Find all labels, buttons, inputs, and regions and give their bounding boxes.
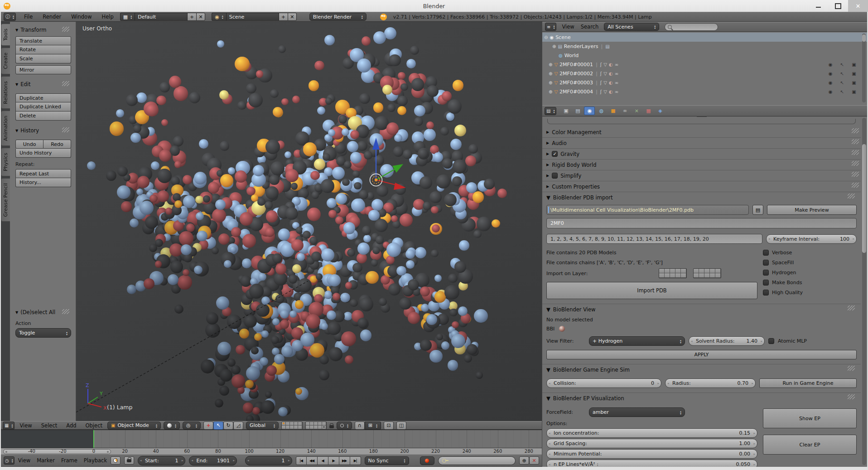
section-rigid-body-world[interactable]: ▶Rigid Body World [542, 160, 861, 170]
verbose-checkbox[interactable] [763, 250, 769, 256]
object-name[interactable]: 2MF0#00001 [559, 62, 593, 68]
opengl-render-anim-button[interactable]: ◫ [396, 422, 406, 430]
shelf-tab-tools[interactable]: Tools [1, 24, 10, 46]
properties-tab-physics[interactable]: ◈ [655, 107, 665, 115]
delete-scene-button[interactable]: ✕ [288, 13, 297, 21]
spacefill-checkbox[interactable] [763, 260, 769, 266]
layer-cell[interactable] [681, 273, 686, 278]
layer-cell[interactable] [282, 422, 286, 426]
layer-cell[interactable] [290, 422, 294, 426]
scene-icon-button[interactable]: ◉ [212, 13, 226, 21]
mode-select[interactable]: ▣ Object Mode [107, 422, 161, 430]
layer-cell[interactable] [318, 426, 322, 429]
delete-layout-button[interactable]: ✕ [196, 13, 205, 21]
translate-manipulator-button[interactable]: ↖ [213, 422, 223, 430]
layer-cell[interactable] [310, 422, 314, 426]
properties-tab-texture[interactable]: ▦ [643, 107, 654, 115]
layer-cell[interactable] [314, 422, 318, 426]
layer-cell[interactable] [318, 422, 322, 426]
shelf-tab-physics[interactable]: Physics [1, 148, 10, 176]
layer-cell[interactable] [675, 273, 681, 278]
expand-icon[interactable]: ⊕ [549, 71, 552, 76]
opengl-render-button[interactable]: ⊡ [384, 422, 394, 430]
panel-edit[interactable]: ▼Edit [15, 80, 71, 89]
visibility-toggle-icon[interactable]: ◉ [825, 89, 835, 94]
delete-button[interactable]: Delete [15, 111, 71, 121]
outliner-row-scene[interactable]: ⊖ ◉ Scene [542, 33, 867, 42]
play-reverse-button[interactable]: ◀ [318, 456, 328, 465]
editor-type-button-3d[interactable]: ▦ [3, 422, 14, 430]
material-sphere-icon[interactable] [559, 326, 565, 332]
translate-button[interactable]: Translate [15, 36, 71, 45]
properties-tab-render-layers[interactable]: ▤ [572, 107, 583, 115]
make-bonds-checkbox[interactable] [763, 280, 769, 286]
add-layout-button[interactable]: + [187, 13, 196, 21]
layer-cell[interactable] [286, 422, 290, 426]
section-gravity[interactable]: ▶Gravity [542, 149, 861, 160]
properties-tab-object[interactable]: ■ [608, 107, 618, 115]
section-simplify[interactable]: ▶Simplify [542, 170, 861, 181]
layer-cell[interactable] [715, 269, 721, 273]
layer-cell[interactable] [306, 422, 310, 426]
duplicate-linked-button[interactable]: Duplicate Linked [15, 102, 71, 111]
layer-cell[interactable] [704, 273, 710, 278]
current-frame-indicator[interactable] [93, 430, 94, 448]
layer-cell[interactable] [294, 422, 298, 426]
scene-name-field[interactable]: Scene [226, 13, 279, 21]
outliner-scrollbar[interactable] [862, 34, 866, 102]
layer-cell[interactable] [294, 426, 298, 429]
atomic-mlp-checkbox[interactable] [768, 338, 774, 344]
render-layers-name[interactable]: RenderLayers [564, 44, 598, 49]
top-menu-window[interactable]: Window [71, 14, 92, 20]
layer-cell[interactable] [699, 269, 704, 273]
panel-history[interactable]: ▼History [15, 126, 71, 135]
duplicate-button[interactable]: Duplicate [15, 93, 71, 102]
close-button[interactable]: ✕ [848, 0, 868, 12]
layer-cell[interactable] [710, 269, 715, 273]
delete-keyframe-button[interactable]: ✕ [529, 456, 539, 465]
properties-scrollbar[interactable] [862, 118, 866, 465]
render-toggle-icon[interactable]: ▣ [849, 71, 859, 76]
viewport-canvas[interactable]: Z Y X User Ortho (1) Lamp [76, 22, 542, 421]
section-audio[interactable]: ▶Audio [542, 138, 861, 149]
layer-cell[interactable] [694, 273, 699, 278]
layer-cell[interactable] [710, 273, 715, 278]
viewport-menu-add[interactable]: Add [66, 422, 76, 429]
outliner-object-row[interactable]: ⊕▽2MF0#00004|ʃ▽◐∞◉↖▣ [542, 87, 867, 96]
section-header[interactable]: ▼BioBlender PDB import [546, 192, 857, 203]
layout-name-field[interactable]: Default [135, 13, 187, 21]
deselect-action-select[interactable]: Toggle [15, 328, 71, 338]
lock-to-scene-icon[interactable] [329, 425, 334, 428]
properties-tab-modifiers[interactable]: × [631, 107, 642, 115]
expand-icon[interactable]: ⊕ [549, 62, 552, 67]
section-header[interactable]: ▼BioBlender View [546, 304, 857, 315]
outliner-menu-search[interactable]: Search [581, 24, 599, 30]
shelf-tab-grease-pencil[interactable]: Grease Pencil [1, 178, 10, 222]
selectability-toggle-icon[interactable]: ↖ [837, 89, 847, 94]
pdb-code-field[interactable]: 2MF0 [546, 218, 857, 228]
play-button[interactable]: ▶ [328, 456, 339, 465]
transform-orientation-select[interactable]: Global [246, 422, 279, 430]
lock-frame-button[interactable] [124, 456, 134, 465]
rotate-manipulator-button[interactable]: ↻ [223, 422, 233, 430]
snap-element-select[interactable]: ⊞ [365, 422, 381, 430]
previous-keyframe-button[interactable]: ◀◀ [307, 456, 318, 465]
minimize-button[interactable] [808, 0, 828, 12]
selectability-toggle-icon[interactable]: ↖ [837, 71, 847, 76]
expand-icon[interactable]: ⊕ [549, 89, 552, 94]
editor-type-button-outliner[interactable]: ≡ [545, 23, 556, 31]
gravity-checkbox[interactable] [552, 151, 558, 157]
scene-name[interactable]: Scene [555, 34, 571, 40]
manipulator-toggle-button[interactable]: + [203, 422, 213, 430]
layer-cell[interactable] [286, 426, 290, 429]
scale-button[interactable]: Scale [15, 54, 71, 63]
layer-cell[interactable] [322, 426, 326, 429]
render-engine-select[interactable]: Blender Render [309, 13, 366, 21]
run-game-engine-button[interactable]: Run in Game Engine [759, 378, 857, 388]
apply-button[interactable]: APPLY [546, 350, 857, 359]
object-name[interactable]: 2MF0#00002 [559, 71, 593, 77]
layer-cell[interactable] [282, 426, 286, 429]
section-header[interactable]: ▼BioBlender EP Visualization [546, 393, 857, 404]
expand-icon[interactable]: ⊖ [544, 35, 548, 40]
properties-tab-scene[interactable]: ◉ [584, 107, 595, 115]
